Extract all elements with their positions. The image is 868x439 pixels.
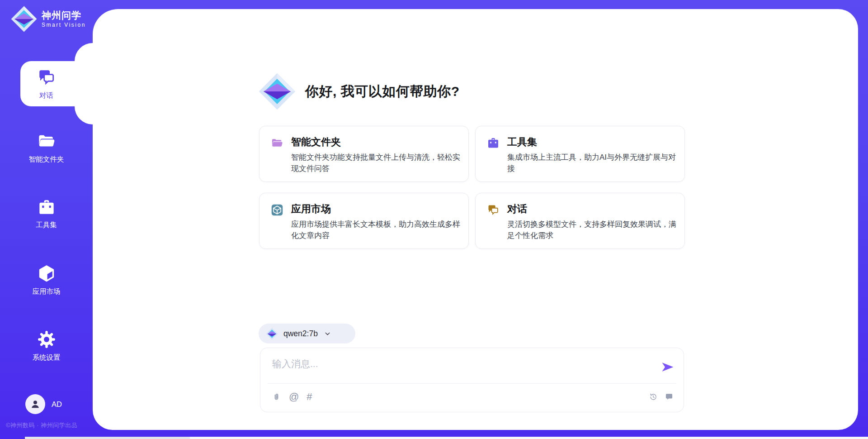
card-title: 对话 xyxy=(507,202,527,216)
cube-icon xyxy=(37,264,56,283)
message-input[interactable] xyxy=(271,354,635,373)
card-title: 工具集 xyxy=(507,135,537,149)
model-selector[interactable]: qwen2:7b xyxy=(259,324,355,344)
avatar xyxy=(25,394,45,414)
sidebar-item-settings[interactable]: 系统设置 xyxy=(0,330,93,363)
card-description: 灵活切换多模型文件，支持多样回复效果调试，满足个性化需求 xyxy=(507,219,681,241)
card-description: 应用市场提供丰富长文本模板，助力高效生成多样化文章内容 xyxy=(291,219,465,241)
user-initials: AD xyxy=(52,400,62,409)
brand-diamond-icon xyxy=(11,6,37,32)
feature-card-toolbox[interactable]: 工具集 集成市场上主流工具，助力AI与外界无缝扩展与对接 xyxy=(475,126,685,182)
model-logo-diamond-icon xyxy=(266,328,278,340)
sidebar-item-label: 应用市场 xyxy=(0,287,93,296)
model-name: qwen2:7b xyxy=(283,329,318,339)
main-content-panel: 你好, 我可以如何帮助你? 智能文件夹 智能文件夹功能支持批量文件上传与清洗，轻… xyxy=(93,9,858,430)
user-profile[interactable]: AD xyxy=(25,394,62,414)
sidebar-item-toolbox[interactable]: 工具集 xyxy=(0,198,93,230)
person-icon xyxy=(29,398,41,410)
toolbox-icon xyxy=(38,198,56,216)
send-icon[interactable] xyxy=(662,362,674,372)
folder-icon xyxy=(271,137,283,149)
feature-card-chat[interactable]: 对话 灵活切换多模型文件，支持多样回复效果调试，满足个性化需求 xyxy=(475,193,685,249)
gear-icon xyxy=(37,330,56,349)
card-title: 应用市场 xyxy=(291,202,331,216)
assistant-logo-diamond-icon xyxy=(259,73,296,110)
horizontal-scrollbar[interactable] xyxy=(25,437,868,439)
mention-at-icon[interactable]: @ xyxy=(289,392,299,402)
toolbox-icon xyxy=(487,137,500,149)
card-description: 集成市场上主流工具，助力AI与外界无缝扩展与对接 xyxy=(507,152,681,174)
sidebar-item-smart-folder[interactable]: 智能文件夹 xyxy=(0,132,93,164)
chat-bubbles-icon xyxy=(37,68,56,87)
copyright-footer: ©神州数码 · 神州问学出品 xyxy=(6,421,77,429)
composer-divider xyxy=(268,383,676,384)
chevron-down-icon xyxy=(324,330,331,338)
greeting-text: 你好, 我可以如何帮助你? xyxy=(305,82,460,101)
brand-name: 神州问学 xyxy=(42,10,86,21)
chat-bubbles-icon xyxy=(487,204,500,216)
sidebar-item-app-market[interactable]: 应用市场 xyxy=(0,264,93,296)
card-description: 智能文件夹功能支持批量文件上传与清洗，轻松实现文件问答 xyxy=(291,152,465,174)
message-composer: @ # xyxy=(260,348,684,412)
card-title: 智能文件夹 xyxy=(291,135,341,149)
history-icon[interactable] xyxy=(649,392,658,401)
chat-bubble-icon[interactable] xyxy=(665,392,674,401)
sidebar-item-label: 对话 xyxy=(0,91,93,100)
app-logo: 神州问学 Smart Vision xyxy=(11,6,86,32)
sidebar-item-label: 工具集 xyxy=(0,220,93,230)
sidebar: 神州问学 Smart Vision 对话 智能文件夹 工具集 xyxy=(0,0,93,439)
feature-card-smart-folder[interactable]: 智能文件夹 智能文件夹功能支持批量文件上传与清洗，轻松实现文件问答 xyxy=(259,126,469,182)
hashtag-icon[interactable]: # xyxy=(307,392,312,402)
brand-subtitle: Smart Vision xyxy=(42,22,86,28)
sidebar-item-chat[interactable]: 对话 xyxy=(0,68,93,100)
greeting-block: 你好, 我可以如何帮助你? xyxy=(259,73,460,110)
feature-card-app-market[interactable]: 应用市场 应用市场提供丰富长文本模板，助力高效生成多样化文章内容 xyxy=(259,193,469,249)
scrollbar-thumb[interactable] xyxy=(25,437,190,439)
attachment-paperclip-icon[interactable] xyxy=(272,392,281,402)
sidebar-item-label: 系统设置 xyxy=(0,353,93,363)
folder-icon xyxy=(37,132,56,151)
app-market-icon xyxy=(271,204,283,216)
sidebar-item-label: 智能文件夹 xyxy=(0,155,93,164)
